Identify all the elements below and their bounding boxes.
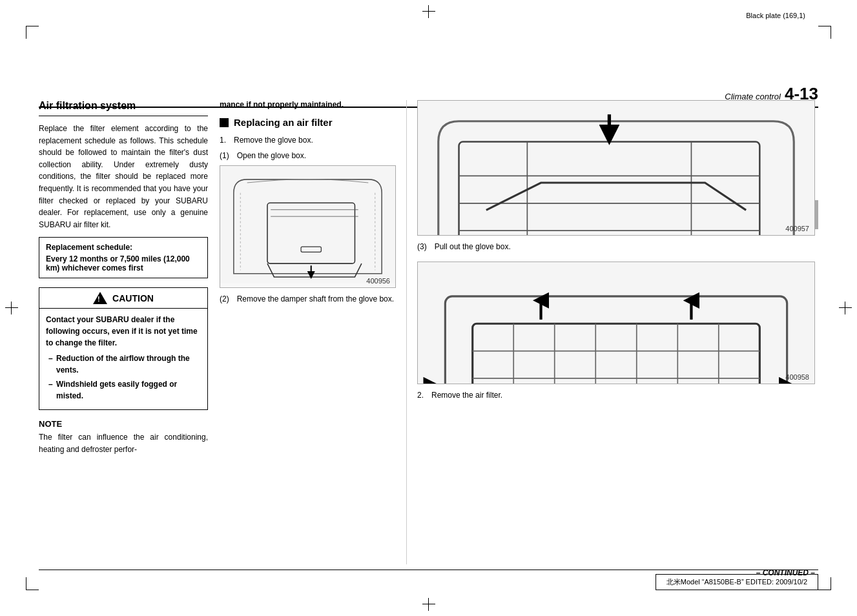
caution-item-1: Reduction of the airflow through the ven… — [48, 353, 201, 376]
step-1a-text: (1) Open the glove box. — [220, 150, 396, 161]
diagram-3: 400958 — [417, 262, 815, 384]
diagram-1-label: 400956 — [366, 277, 390, 285]
black-square-icon — [220, 118, 229, 127]
footer-plate: 北米Model “A8150BE-B” EDITED: 2009/10/2 — [656, 574, 818, 590]
crosshair-top — [422, 5, 435, 18]
footer-bottom: 北米Model “A8150BE-B” EDITED: 2009/10/2 — [39, 574, 818, 590]
crosshair-right — [839, 302, 852, 314]
right-column: 400957 (3) Pull out the glove box. — [407, 100, 815, 564]
note-title: NOTE — [39, 419, 208, 429]
mid-column: mance if not properly maintained. Replac… — [220, 100, 407, 564]
caution-header: CAUTION — [39, 288, 207, 309]
diagram-2-svg — [418, 101, 814, 236]
footer-line — [39, 570, 818, 570]
caution-title: CAUTION — [112, 293, 154, 303]
svg-rect-0 — [220, 166, 395, 283]
corner-mark-tl — [26, 26, 39, 39]
corner-mark-tr — [818, 26, 831, 39]
diagram-2: 400957 — [417, 100, 815, 236]
diagram-1: 400956 — [220, 165, 396, 288]
step-1b-text: (2) Remove the damper shaft from the glo… — [220, 293, 396, 305]
replacement-value: Every 12 months or 7,500 miles (12,000 k… — [46, 254, 201, 272]
note-text: The filter can influence the air conditi… — [39, 431, 208, 455]
diagram-2-label: 400957 — [785, 225, 809, 232]
crosshair-left — [5, 302, 18, 314]
step-1-text: 1. Remove the glove box. — [220, 134, 396, 146]
replacing-title-text: Replacing an air filter — [234, 117, 333, 128]
crosshair-bottom — [422, 598, 435, 611]
replacement-box: Replacement schedule: Every 12 months or… — [39, 237, 208, 278]
page-footer: 北米Model “A8150BE-B” EDITED: 2009/10/2 — [39, 570, 818, 590]
plate-text: Black plate (169,1) — [746, 12, 805, 19]
section-title: Air filtration system — [39, 100, 208, 116]
diagram-3-label: 400958 — [785, 373, 809, 381]
corner-mark-bl — [26, 577, 39, 590]
caution-box: CAUTION Contact your SUBARU dealer if th… — [39, 287, 208, 410]
left-column: Air filtration system Replace the filter… — [39, 100, 220, 564]
corner-mark-br — [818, 577, 831, 590]
caution-list: Reduction of the airflow through the ven… — [46, 353, 201, 402]
note-section: NOTE The filter can influence the air co… — [39, 419, 208, 455]
replacing-title: Replacing an air filter — [220, 117, 396, 128]
diagram-1-svg — [220, 166, 395, 283]
replacement-label: Replacement schedule: — [46, 243, 201, 252]
diagram-3-svg — [418, 262, 814, 384]
step-2-text: 2. Remove the air filter. — [417, 389, 815, 401]
caution-item-2: Windshield gets easily fogged or misted. — [48, 378, 201, 402]
caution-icon — [93, 292, 107, 304]
caution-intro: Contact your SUBARU dealer if the follow… — [46, 314, 201, 349]
body-text: Replace the filter element according to … — [39, 123, 208, 231]
mid-intro: mance if not properly maintained. — [220, 100, 396, 109]
content-area: Air filtration system Replace the filter… — [39, 100, 815, 564]
step-1c-text: (3) Pull out the glove box. — [417, 241, 815, 252]
caution-body: Contact your SUBARU dealer if the follow… — [39, 309, 207, 409]
